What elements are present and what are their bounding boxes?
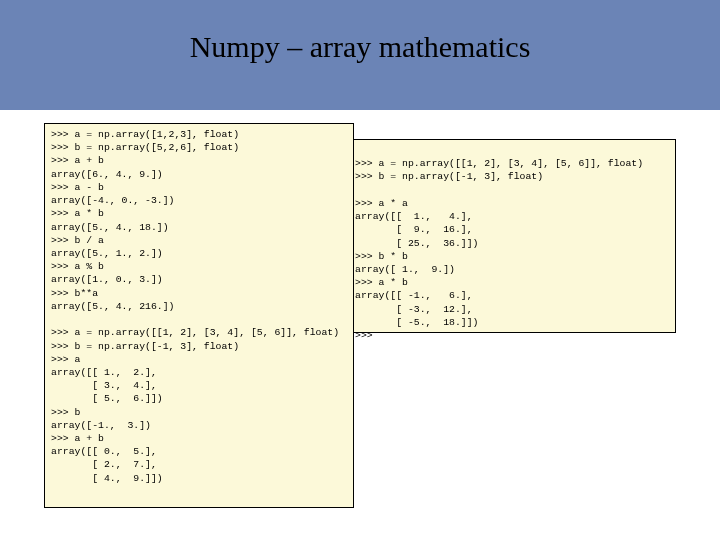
code-text-left: >>> a = np.array([1,2,3], float) >>> b =… xyxy=(51,128,347,485)
slide-title: Numpy – array mathematics xyxy=(0,30,720,64)
code-text-right: >>> a = np.array([[1, 2], [3, 4], [5, 6]… xyxy=(355,144,669,342)
code-block-left: >>> a = np.array([1,2,3], float) >>> b =… xyxy=(44,123,354,508)
code-block-right: >>> a = np.array([[1, 2], [3, 4], [5, 6]… xyxy=(348,139,676,333)
